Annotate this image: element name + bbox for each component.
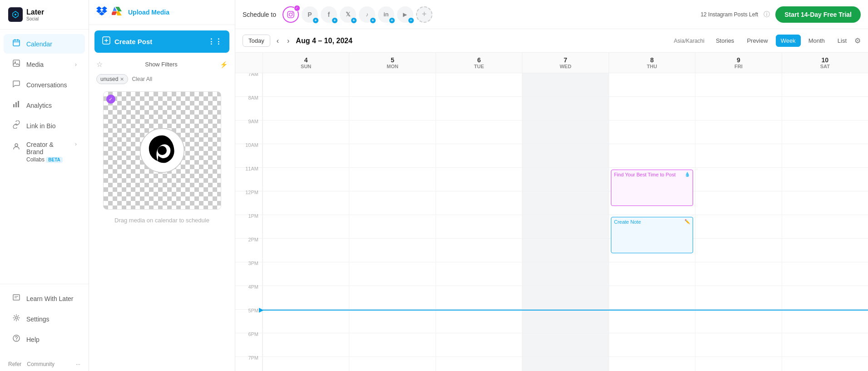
calendar-cell[interactable] (349, 215, 435, 238)
info-icon[interactable]: ⓘ (764, 10, 770, 19)
filter-icon[interactable]: ⚡ (220, 61, 228, 68)
calendar-cell[interactable]: Find Your Best Time to Post 💧 (609, 168, 695, 191)
sidebar-item-creator[interactable]: Creator & Brand Collabs BETA › (4, 136, 85, 167)
footer-refer[interactable]: Refer (8, 361, 21, 367)
calendar-cell[interactable] (436, 333, 522, 356)
upload-media-button[interactable]: Upload Media (128, 9, 169, 16)
calendar-cell[interactable] (782, 333, 868, 356)
sidebar-item-help[interactable]: Help (4, 330, 85, 349)
calendar-cell[interactable] (436, 120, 522, 144)
calendar-cell[interactable] (695, 357, 781, 371)
sidebar-item-linkinbio[interactable]: Link in Bio (4, 116, 85, 135)
calendar-cell[interactable] (522, 144, 608, 167)
calendar-body[interactable]: 7AM8AM9AM10AM11AMFind Your Best Time to … (235, 73, 868, 371)
calendar-cell[interactable] (349, 262, 435, 286)
calendar-cell[interactable] (609, 333, 695, 356)
calendar-cell[interactable] (609, 357, 695, 371)
calendar-cell[interactable] (349, 191, 435, 215)
calendar-cell[interactable] (263, 97, 349, 120)
calendar-cell[interactable] (522, 262, 608, 286)
calendar-cell[interactable] (349, 239, 435, 262)
calendar-cell[interactable] (263, 286, 349, 309)
social-icon-instagram[interactable]: ✓ (283, 6, 299, 23)
calendar-cell[interactable] (522, 239, 608, 262)
clear-all-button[interactable]: Clear All (132, 76, 152, 82)
view-preview-button[interactable]: Preview (742, 35, 773, 47)
calendar-cell[interactable] (522, 333, 608, 356)
footer-more[interactable]: ··· (76, 361, 80, 367)
calendar-cell[interactable] (263, 310, 349, 333)
sidebar-item-calendar[interactable]: Calendar (4, 34, 85, 54)
calendar-cell[interactable] (436, 97, 522, 120)
calendar-cell[interactable] (695, 168, 781, 191)
calendar-cell[interactable] (782, 262, 868, 286)
calendar-cell[interactable] (782, 215, 868, 238)
calendar-cell[interactable] (263, 239, 349, 262)
calendar-cell[interactable] (695, 333, 781, 356)
calendar-cell[interactable] (782, 286, 868, 309)
calendar-cell[interactable] (263, 120, 349, 144)
calendar-cell[interactable] (263, 215, 349, 238)
view-month-button[interactable]: Month (804, 35, 830, 47)
sidebar-item-conversations[interactable]: Conversations (4, 75, 85, 95)
calendar-cell[interactable] (349, 286, 435, 309)
gdrive-icon[interactable] (112, 5, 123, 19)
calendar-cell[interactable] (695, 97, 781, 120)
calendar-cell[interactable] (695, 215, 781, 238)
calendar-cell[interactable] (349, 120, 435, 144)
calendar-cell[interactable] (695, 120, 781, 144)
view-stories-button[interactable]: Stories (711, 35, 739, 47)
calendar-cell[interactable] (522, 310, 608, 333)
event-find-best-time[interactable]: Find Your Best Time to Post 💧 (611, 170, 693, 206)
view-list-button[interactable]: List (833, 35, 852, 47)
calendar-settings-icon[interactable]: ⚙ (854, 36, 861, 45)
calendar-cell[interactable] (263, 73, 349, 96)
calendar-cell[interactable] (436, 357, 522, 371)
calendar-cell[interactable] (695, 191, 781, 215)
calendar-cell[interactable] (263, 357, 349, 371)
calendar-cell[interactable] (782, 357, 868, 371)
calendar-cell[interactable] (522, 97, 608, 120)
calendar-cell[interactable] (349, 333, 435, 356)
calendar-cell[interactable] (609, 286, 695, 309)
calendar-cell[interactable] (436, 262, 522, 286)
calendar-cell[interactable] (782, 191, 868, 215)
calendar-cell[interactable] (436, 168, 522, 191)
calendar-cell[interactable] (436, 239, 522, 262)
calendar-cell[interactable] (436, 191, 522, 215)
footer-community[interactable]: Community (27, 361, 55, 367)
calendar-cell[interactable] (609, 262, 695, 286)
calendar-cell[interactable] (695, 310, 781, 333)
sidebar-item-settings[interactable]: Settings (4, 309, 85, 329)
calendar-cell[interactable] (522, 73, 608, 96)
social-icon-youtube[interactable]: ▶ + (397, 6, 413, 23)
calendar-cell[interactable] (349, 310, 435, 333)
calendar-cell[interactable] (522, 357, 608, 371)
calendar-cell[interactable]: Create Note ✏️ (609, 215, 695, 238)
calendar-cell[interactable] (782, 120, 868, 144)
social-icon-pinterest[interactable]: P + (302, 6, 318, 23)
calendar-cell[interactable] (695, 73, 781, 96)
calendar-cell[interactable] (522, 215, 608, 238)
next-arrow[interactable]: › (285, 35, 291, 47)
calendar-cell[interactable] (349, 97, 435, 120)
calendar-cell[interactable] (522, 191, 608, 215)
calendar-cell[interactable] (436, 286, 522, 309)
dropbox-icon[interactable] (96, 5, 107, 19)
calendar-cell[interactable] (522, 286, 608, 309)
calendar-cell[interactable] (436, 144, 522, 167)
calendar-cell[interactable] (695, 144, 781, 167)
add-social-button[interactable]: + (416, 6, 432, 23)
trial-button[interactable]: Start 14-Day Free Trial (775, 6, 861, 23)
create-post-button[interactable]: Create Post ⋮⋮ (94, 30, 229, 53)
show-filters-button[interactable]: Show Filters (145, 61, 178, 68)
social-icon-linkedin[interactable]: in + (378, 6, 394, 23)
calendar-cell[interactable] (263, 168, 349, 191)
calendar-cell[interactable] (263, 262, 349, 286)
calendar-cell[interactable] (263, 333, 349, 356)
calendar-cell[interactable] (436, 73, 522, 96)
calendar-cell[interactable] (782, 97, 868, 120)
calendar-cell[interactable] (436, 310, 522, 333)
calendar-cell[interactable] (695, 286, 781, 309)
calendar-cell[interactable] (609, 120, 695, 144)
